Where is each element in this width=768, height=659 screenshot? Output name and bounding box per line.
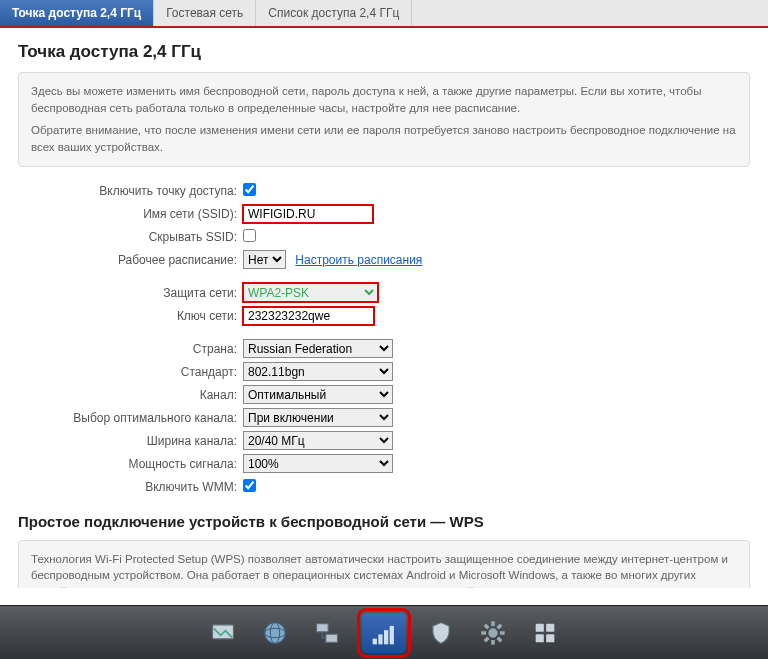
select-schedule[interactable]: Нет <box>243 250 286 269</box>
monitor-icon[interactable] <box>206 616 240 650</box>
svg-rect-19 <box>536 623 544 631</box>
select-chan-select[interactable]: При включении <box>243 408 393 427</box>
input-key[interactable] <box>243 307 374 325</box>
link-schedule-settings[interactable]: Настроить расписания <box>295 253 422 267</box>
checkbox-enable-ap[interactable] <box>243 183 256 196</box>
bottom-dock <box>0 605 768 659</box>
label-wmm: Включить WMM: <box>18 480 243 494</box>
lan-icon[interactable] <box>310 616 344 650</box>
tab-ap24[interactable]: Точка доступа 2,4 ГГц <box>0 0 154 26</box>
svg-rect-6 <box>373 638 377 644</box>
info-p2: Обратите внимание, что после изменения и… <box>31 122 737 155</box>
shield-icon[interactable] <box>424 616 458 650</box>
info-p1: Здесь вы можете изменить имя беспроводно… <box>31 83 737 116</box>
label-standard: Стандарт: <box>18 365 243 379</box>
svg-point-1 <box>265 622 286 643</box>
select-width[interactable]: 20/40 МГц <box>243 431 393 450</box>
info-box: Здесь вы можете изменить имя беспроводно… <box>18 72 750 167</box>
label-power: Мощность сигнала: <box>18 457 243 471</box>
label-channel: Канал: <box>18 388 243 402</box>
svg-rect-9 <box>390 625 394 643</box>
label-schedule: Рабочее расписание: <box>18 253 243 267</box>
svg-line-17 <box>485 637 489 641</box>
label-enable-ap: Включить точку доступа: <box>18 184 243 198</box>
select-country[interactable]: Russian Federation <box>243 339 393 358</box>
label-security: Защита сети: <box>18 286 243 300</box>
select-power[interactable]: 100% <box>243 454 393 473</box>
select-security[interactable]: WPA2-PSK <box>243 283 378 302</box>
checkbox-wmm[interactable] <box>243 479 256 492</box>
apps-icon[interactable] <box>528 616 562 650</box>
input-ssid[interactable] <box>243 205 373 223</box>
wps-title: Простое подключение устройств к беспрово… <box>18 513 750 530</box>
svg-rect-20 <box>546 623 554 631</box>
svg-rect-4 <box>317 623 329 631</box>
select-channel[interactable]: Оптимальный <box>243 385 393 404</box>
wps-info-text: Технология Wi-Fi Protected Setup (WPS) п… <box>31 551 737 588</box>
svg-line-16 <box>498 637 502 641</box>
wps-info-box: Технология Wi-Fi Protected Setup (WPS) п… <box>18 540 750 588</box>
select-standard[interactable]: 802.11bgn <box>243 362 393 381</box>
svg-line-15 <box>485 624 489 628</box>
svg-rect-8 <box>384 630 388 644</box>
svg-line-18 <box>498 624 502 628</box>
svg-rect-7 <box>378 634 382 644</box>
tab-guest[interactable]: Гостевая сеть <box>154 0 256 26</box>
tab-acl24[interactable]: Список доступа 2,4 ГГц <box>256 0 412 26</box>
content-area: Точка доступа 2,4 ГГц Здесь вы можете из… <box>0 28 768 588</box>
checkbox-hide-ssid[interactable] <box>243 229 256 242</box>
svg-rect-22 <box>546 634 554 642</box>
svg-point-10 <box>488 628 497 637</box>
label-chan-select: Выбор оптимального канала: <box>18 411 243 425</box>
svg-rect-21 <box>536 634 544 642</box>
svg-rect-5 <box>326 634 338 642</box>
label-hide-ssid: Скрывать SSID: <box>18 230 243 244</box>
globe-icon[interactable] <box>258 616 292 650</box>
wifi-icon[interactable] <box>362 613 406 653</box>
gear-icon[interactable] <box>476 616 510 650</box>
label-width: Ширина канала: <box>18 434 243 448</box>
page-title: Точка доступа 2,4 ГГц <box>18 42 750 62</box>
tabs-bar: Точка доступа 2,4 ГГц Гостевая сеть Спис… <box>0 0 768 28</box>
label-ssid: Имя сети (SSID): <box>18 207 243 221</box>
label-key: Ключ сети: <box>18 309 243 323</box>
label-country: Страна: <box>18 342 243 356</box>
